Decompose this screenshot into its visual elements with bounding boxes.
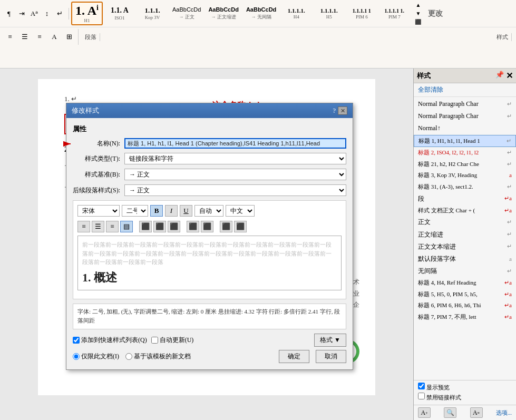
style-pim6-preview: 1.1.1.1 1 — [353, 8, 371, 14]
only-this-doc-radio[interactable] — [73, 353, 80, 360]
style-name: 标题 31, (A-3), sect1.2. — [418, 182, 492, 192]
align-center-btn[interactable]: ☰ — [92, 221, 104, 232]
style-icon[interactable]: Aᵃ — [28, 8, 40, 19]
style-h1[interactable]: 1. Ai H1 — [71, 2, 103, 25]
style-indicator: ↵ — [507, 100, 512, 109]
italic-btn[interactable]: I — [165, 205, 178, 217]
close-panel-icon[interactable]: ✕ — [506, 71, 513, 81]
disable-linked-checkbox[interactable]: 禁用链接样式 — [418, 393, 512, 402]
list-item[interactable]: 标题 21, h2, H2 Char Che ↵ — [414, 159, 516, 170]
move-up-btn[interactable]: ⬛ — [220, 221, 232, 232]
style-indicator: ↵ — [507, 218, 512, 227]
color-icon[interactable]: A — [48, 31, 60, 43]
list-indent-btn[interactable]: ⬛ — [187, 221, 199, 232]
color-select[interactable]: 自动 — [194, 205, 223, 217]
style-pim7[interactable]: 1.1.1.1 1. PIM 7 — [378, 7, 410, 21]
add-quickstyle-checkbox[interactable] — [73, 337, 80, 344]
more-para-icon[interactable]: ⊞ — [63, 31, 75, 43]
new-style-btn[interactable]: A+ — [418, 407, 431, 418]
based-on-template-label[interactable]: 基于该模板的新文档 — [125, 352, 191, 361]
align-center2-btn[interactable]: ⬛ — [153, 221, 166, 232]
style-h5[interactable]: 1.1.1.1. H5 — [313, 6, 345, 21]
list-item[interactable]: Normal Paragraph Char ↵ — [414, 98, 516, 110]
style-no-space[interactable]: AaBbCcDd → 无间隔 — [243, 5, 279, 21]
indent-icon[interactable]: ⇥ — [16, 8, 27, 19]
list-item[interactable]: 标题 1, H1, h1, l1, Head 1 ↵ — [414, 135, 516, 148]
inspect-style-btn[interactable]: 🔍 — [444, 407, 456, 418]
align-left-btn[interactable]: ≡ — [77, 221, 90, 232]
dialog-close-btn[interactable]: ✕ — [338, 106, 347, 115]
list-item[interactable]: Normal↑ — [414, 122, 516, 134]
ok-button[interactable]: 确定 — [279, 350, 309, 363]
align-center-icon[interactable]: ☰ — [19, 31, 31, 43]
bold-btn[interactable]: B — [150, 205, 163, 217]
font-name-select[interactable]: 宋体 — [77, 205, 120, 217]
list-item[interactable]: 正文 ↵ — [414, 216, 516, 228]
dialog-description: 字体: 二号, 加粗, (无), 字距调整二号, 缩进: 左则: 0 厘米 悬挂… — [73, 304, 346, 329]
clear-all-btn[interactable]: 全部清除 — [414, 83, 516, 97]
pilcrow-icon[interactable]: ↵ — [54, 8, 65, 19]
style-h4[interactable]: 1.1.1.1. H4 — [280, 6, 312, 21]
align-left2-btn[interactable]: ⬛ — [139, 221, 152, 232]
gallery-down-icon[interactable]: ▼ — [412, 10, 424, 17]
based-on-template-radio[interactable] — [125, 353, 132, 360]
list-item[interactable]: 标题 2, ISO4, l2, l2, l1, l2 ↵ — [414, 147, 516, 159]
language-select[interactable]: 中文 — [226, 205, 255, 217]
list-item[interactable]: 默认段落字体 a — [414, 253, 516, 265]
dialog-titlebar-buttons: ? ✕ — [333, 106, 347, 115]
gallery-up-icon[interactable]: ▲ — [412, 2, 424, 9]
list-item[interactable]: 标题 31, (A-3), sect1.2. ↵ — [414, 181, 516, 193]
format-dropdown-btn[interactable]: 格式 ▼ — [314, 334, 346, 347]
pin-icon[interactable]: 📌 — [495, 71, 504, 81]
paragraph-icon[interactable]: ¶ — [3, 8, 15, 19]
auto-update-label[interactable]: 自动更新(U) — [151, 336, 194, 345]
style-name: 正文 — [418, 217, 505, 227]
style-iso1[interactable]: 1.1. A ISO1 — [104, 5, 135, 21]
list-item[interactable]: Normal Paragraph Char ↵ — [414, 110, 516, 122]
list-item[interactable]: 标题 4, H4, Ref Heading ↵a — [414, 277, 516, 289]
align-justify-btn[interactable]: ▤ — [120, 221, 133, 232]
show-preview-checkbox[interactable]: 显示预览 — [418, 383, 512, 392]
list-item[interactable]: 样式 文档正文 Char + ( ↵a — [414, 205, 516, 217]
align-left-icon[interactable]: ≡ — [4, 31, 16, 43]
only-this-doc-label[interactable]: 仅限此文档(I) — [73, 352, 119, 361]
align-right2-btn[interactable]: ⬛ — [168, 221, 180, 232]
modify-style-dialog[interactable]: 修改样式 ? ✕ 属性 — [66, 103, 353, 370]
style-link-indicator: ↵a — [504, 206, 512, 216]
list-item[interactable]: 无间隔 ↵ — [414, 265, 516, 277]
disable-linked-input[interactable] — [418, 393, 425, 399]
font-size-select[interactable]: 二号 — [122, 205, 148, 217]
show-preview-input[interactable] — [418, 383, 425, 389]
style-normal-condensed[interactable]: AaBbCcDd → 正文缩进 — [205, 5, 241, 21]
style-indicator: ↵ — [507, 148, 512, 158]
gallery-expand-icon[interactable]: ⬛ — [412, 18, 424, 26]
list-item[interactable]: 标题 3, Kop 3V, Heading a — [414, 170, 516, 181]
sort-icon[interactable]: ↕ — [41, 8, 53, 19]
auto-update-checkbox[interactable] — [151, 337, 158, 344]
move-down-btn[interactable]: ⬛ — [234, 221, 247, 232]
dialog-style-type-select[interactable]: 链接段落和字符 — [124, 153, 346, 164]
style-normal[interactable]: AaBbCcDd → 正文 — [169, 5, 204, 21]
list-item[interactable]: 标题 6, PIM 6, H6, h6, Thi ↵a — [414, 300, 516, 311]
dialog-help-btn[interactable]: ? — [333, 106, 336, 115]
list-outdent-btn[interactable]: ⬛ — [201, 221, 213, 232]
style-kop3v[interactable]: 1.1.1. Kop 3V — [137, 6, 168, 21]
manage-styles-btn[interactable]: A≡ — [470, 407, 483, 418]
style-pim6[interactable]: 1.1.1.1 1 PIM 6 — [346, 7, 377, 21]
list-item[interactable]: 标题 7, PIM 7, 不用, lett ↵a — [414, 311, 516, 323]
align-right-btn[interactable]: ≡ — [106, 221, 119, 232]
styles-panel-header: 样式 📌 ✕ — [414, 69, 516, 83]
underline-btn[interactable]: U — [180, 205, 192, 217]
options-link[interactable]: 选项... — [496, 409, 512, 417]
style-more-btn[interactable]: 更改 — [425, 8, 446, 18]
list-item[interactable]: 正文缩进 ↵ — [414, 229, 516, 241]
list-item[interactable]: 正文文本缩进 ↵ — [414, 241, 516, 253]
dialog-based-on-select[interactable]: → 正文 — [124, 169, 346, 180]
cancel-button[interactable]: 取消 — [316, 350, 346, 363]
list-item[interactable]: 段 ↵a — [414, 193, 516, 205]
add-quickstyle-label[interactable]: 添加到快速样式列表(Q) — [73, 336, 147, 345]
dialog-name-input[interactable] — [124, 138, 346, 149]
list-item[interactable]: 标题 5, H5, 0, PIM 5, h5, ↵a — [414, 289, 516, 300]
align-right-icon[interactable]: ≡ — [34, 31, 45, 43]
dialog-next-style-select[interactable]: → 正文 — [124, 184, 346, 196]
